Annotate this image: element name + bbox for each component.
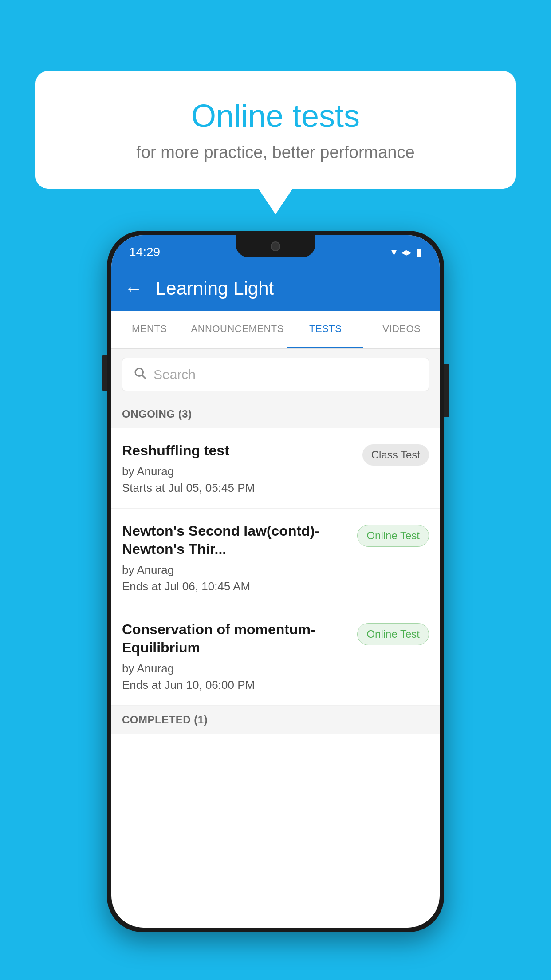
back-button[interactable]: ← xyxy=(125,279,142,299)
test-author-newton: by Anurag xyxy=(122,563,348,577)
speech-bubble-title: Online tests xyxy=(71,98,480,134)
test-info-newton: Newton's Second law(contd)-Newton's Thir… xyxy=(122,522,357,593)
ongoing-section-header: ONGOING (3) xyxy=(111,400,440,428)
svg-line-1 xyxy=(142,375,146,379)
search-placeholder-text: Search xyxy=(153,367,196,382)
speech-bubble-container: Online tests for more practice, better p… xyxy=(35,71,516,214)
phone-mockup: 14:29 ▾ ◂▸ ▮ ← Learning Light MENTS ANNO… xyxy=(107,231,444,932)
test-item-reshuffling[interactable]: Reshuffling test by Anurag Starts at Jul… xyxy=(111,428,440,509)
test-author-conservation: by Anurag xyxy=(122,662,348,676)
search-container: Search xyxy=(111,349,440,400)
phone-inner: 14:29 ▾ ◂▸ ▮ ← Learning Light MENTS ANNO… xyxy=(111,235,440,928)
search-bar[interactable]: Search xyxy=(122,358,429,391)
status-icons: ▾ ◂▸ ▮ xyxy=(391,246,422,258)
test-author-reshuffling: by Anurag xyxy=(122,465,354,478)
tab-tests[interactable]: TESTS xyxy=(287,311,364,348)
test-list: Reshuffling test by Anurag Starts at Jul… xyxy=(111,428,440,706)
tabs-container: MENTS ANNOUNCEMENTS TESTS VIDEOS xyxy=(111,311,440,349)
test-item-conservation[interactable]: Conservation of momentum-Equilibrium by … xyxy=(111,607,440,706)
test-time-conservation: Ends at Jun 10, 06:00 PM xyxy=(122,678,348,692)
test-badge-newton: Online Test xyxy=(357,525,429,547)
tab-videos[interactable]: VIDEOS xyxy=(363,311,440,348)
test-info-conservation: Conservation of momentum-Equilibrium by … xyxy=(122,620,357,692)
speech-bubble-subtitle: for more practice, better performance xyxy=(71,143,480,162)
test-badge-reshuffling: Class Test xyxy=(362,444,429,466)
test-time-newton: Ends at Jul 06, 10:45 AM xyxy=(122,580,348,593)
signal-icon: ◂▸ xyxy=(401,246,412,258)
app-header-title: Learning Light xyxy=(156,278,274,299)
speech-bubble-arrow xyxy=(258,188,293,214)
status-time: 14:29 xyxy=(129,245,160,259)
test-name-newton: Newton's Second law(contd)-Newton's Thir… xyxy=(122,522,348,559)
app-header: ← Learning Light xyxy=(111,266,440,311)
tab-announcements[interactable]: ANNOUNCEMENTS xyxy=(188,311,287,348)
test-time-reshuffling: Starts at Jul 05, 05:45 PM xyxy=(122,481,354,495)
phone-outer: 14:29 ▾ ◂▸ ▮ ← Learning Light MENTS ANNO… xyxy=(107,231,444,932)
speech-bubble: Online tests for more practice, better p… xyxy=(35,71,516,189)
completed-section-header: COMPLETED (1) xyxy=(111,706,440,734)
test-info-reshuffling: Reshuffling test by Anurag Starts at Jul… xyxy=(122,442,362,495)
phone-camera xyxy=(271,241,280,251)
test-name-reshuffling: Reshuffling test xyxy=(122,442,354,460)
wifi-icon: ▾ xyxy=(391,246,397,258)
tab-ments[interactable]: MENTS xyxy=(111,311,188,348)
test-item-newton[interactable]: Newton's Second law(contd)-Newton's Thir… xyxy=(111,509,440,607)
test-badge-conservation: Online Test xyxy=(357,623,429,645)
battery-icon: ▮ xyxy=(416,246,422,258)
test-name-conservation: Conservation of momentum-Equilibrium xyxy=(122,620,348,657)
search-icon xyxy=(133,366,146,383)
phone-notch xyxy=(236,235,315,257)
